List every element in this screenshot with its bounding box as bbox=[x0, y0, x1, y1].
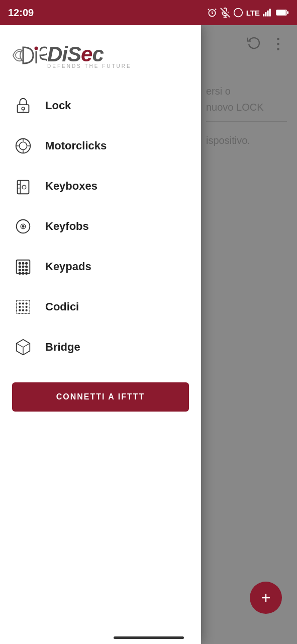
svg-rect-8 bbox=[287, 11, 288, 14]
nav-drawer: Di Sec DEFENDS THE FUTURE Lock bbox=[0, 25, 201, 644]
svg-point-16 bbox=[19, 142, 27, 149]
logo-area: Di Sec DEFENDS THE FUTURE bbox=[0, 25, 201, 80]
svg-point-48 bbox=[23, 306, 24, 308]
svg-point-47 bbox=[26, 309, 27, 311]
svg-point-29 bbox=[26, 262, 28, 264]
svg-point-34 bbox=[22, 269, 24, 271]
svg-rect-6 bbox=[269, 9, 271, 17]
svg-point-28 bbox=[22, 262, 24, 264]
menu-label-lock: Lock bbox=[45, 99, 71, 112]
logo-sec: Sec bbox=[67, 42, 104, 66]
svg-point-2 bbox=[234, 9, 242, 17]
menu-item-keypads[interactable]: Keypads bbox=[0, 247, 201, 287]
menu-item-keyfobs[interactable]: Keyfobs bbox=[0, 206, 201, 247]
svg-rect-21 bbox=[18, 181, 29, 194]
svg-point-27 bbox=[19, 262, 21, 264]
svg-line-50 bbox=[17, 343, 23, 347]
menu-item-lock[interactable]: Lock bbox=[0, 86, 201, 126]
svg-point-25 bbox=[22, 225, 24, 227]
signal-icon bbox=[263, 9, 273, 17]
keypads-icon bbox=[12, 256, 34, 278]
menu-label-keyfobs: Keyfobs bbox=[45, 220, 89, 233]
svg-point-44 bbox=[26, 306, 27, 308]
menu-label-bridge: Bridge bbox=[45, 341, 80, 354]
svg-point-32 bbox=[26, 266, 28, 268]
svg-point-30 bbox=[19, 266, 21, 268]
menu-label-keyboxes: Keyboxes bbox=[45, 180, 97, 193]
svg-point-41 bbox=[23, 303, 24, 304]
menu-label-motorclicks: Motorclicks bbox=[45, 139, 107, 152]
svg-line-51 bbox=[23, 343, 30, 347]
svg-rect-9 bbox=[277, 11, 285, 15]
menu-label-codici: Codici bbox=[45, 300, 79, 313]
svg-rect-5 bbox=[267, 11, 268, 17]
status-icons: LTE bbox=[207, 8, 289, 18]
menu-item-keyboxes[interactable]: Keyboxes bbox=[0, 166, 201, 206]
svg-rect-4 bbox=[265, 12, 266, 16]
motorclicks-icon bbox=[12, 135, 34, 157]
svg-point-40 bbox=[19, 303, 21, 304]
svg-point-45 bbox=[19, 309, 21, 311]
svg-point-33 bbox=[19, 269, 21, 271]
svg-point-43 bbox=[19, 306, 21, 308]
menu-item-bridge[interactable]: Bridge bbox=[0, 327, 201, 367]
logo-subtitle: DEFENDS THE FUTURE bbox=[47, 63, 132, 69]
menu-item-motorclicks[interactable]: Motorclicks bbox=[0, 126, 201, 166]
status-time: 12:09 bbox=[8, 7, 34, 19]
menu-list: Lock Motorclicks bbox=[0, 80, 201, 372]
codici-icon bbox=[12, 296, 34, 318]
svg-point-11 bbox=[35, 47, 38, 50]
keyboxes-icon bbox=[12, 175, 34, 197]
ifttt-button[interactable]: CONNETTI A IFTTT bbox=[12, 382, 189, 412]
svg-point-22 bbox=[22, 185, 26, 189]
bg-text-1: ersi o nuovo LOCK bbox=[206, 83, 287, 115]
battery-icon bbox=[276, 9, 289, 17]
svg-point-35 bbox=[26, 269, 28, 271]
lte-text: LTE bbox=[246, 9, 260, 17]
bridge-icon bbox=[12, 336, 34, 358]
home-indicator bbox=[114, 636, 184, 639]
disec-logo-icon bbox=[12, 40, 47, 70]
more-icon[interactable]: ⋮ bbox=[271, 36, 285, 52]
circle-icon bbox=[233, 8, 243, 18]
status-bar: 12:09 LTE bbox=[0, 0, 297, 25]
menu-item-codici[interactable]: Codici bbox=[0, 287, 201, 327]
svg-point-38 bbox=[26, 272, 28, 274]
svg-rect-3 bbox=[263, 14, 264, 17]
history-icon[interactable] bbox=[247, 35, 261, 53]
keyfobs-icon bbox=[12, 215, 34, 237]
svg-point-46 bbox=[23, 309, 24, 311]
fab-button[interactable]: + bbox=[250, 582, 282, 614]
logo-di: Di bbox=[47, 42, 67, 66]
svg-point-31 bbox=[22, 266, 24, 268]
mute-icon bbox=[220, 8, 230, 18]
svg-point-36 bbox=[19, 272, 21, 274]
svg-point-37 bbox=[22, 272, 24, 274]
svg-point-42 bbox=[26, 303, 27, 304]
menu-label-keypads: Keypads bbox=[45, 260, 91, 273]
svg-rect-39 bbox=[17, 300, 30, 314]
alarm-icon bbox=[207, 8, 217, 18]
lock-icon bbox=[12, 95, 34, 117]
bg-text-2: ispositivo. bbox=[206, 132, 287, 148]
